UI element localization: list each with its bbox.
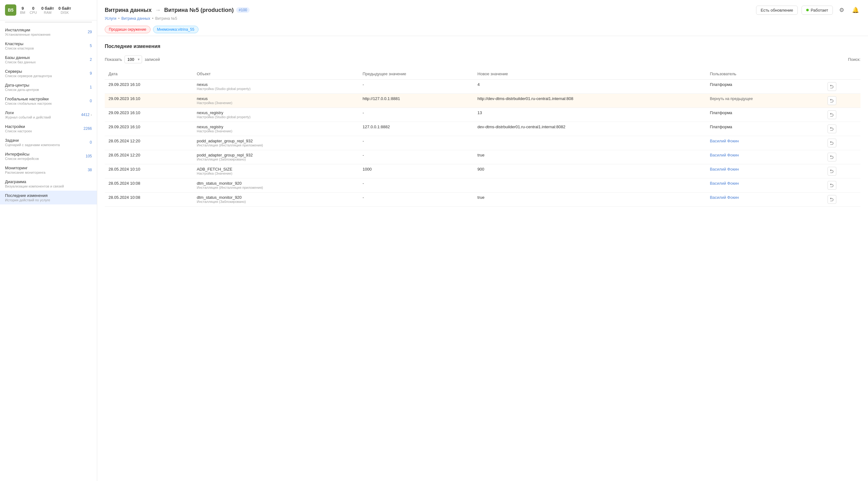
user-link[interactable]: Василий Фокин xyxy=(710,167,739,171)
sidebar-item-6[interactable]: Логи Журнал событий и действий 4412 › xyxy=(0,108,97,122)
user-link[interactable]: Василий Фокин xyxy=(710,195,739,200)
cell-action xyxy=(824,79,861,94)
nav-item-text-5: Глобальные настройки Список глобальных н… xyxy=(5,97,90,105)
table-row: 28.05.2024 12:20 podd_adapter_group_repl… xyxy=(105,150,861,164)
status-label: Работает xyxy=(811,8,828,12)
sidebar-item-8[interactable]: Задачи Сценарий с задачами компонента 0 xyxy=(0,135,97,149)
breadcrumb-current: Витрина №5 xyxy=(155,16,177,21)
user-platform: Платформа xyxy=(710,125,732,129)
breadcrumb-vitrina-link[interactable]: Витрина данных xyxy=(121,16,150,21)
sidebar-item-5[interactable]: Глобальные настройки Список глобальных н… xyxy=(0,94,97,108)
notifications-icon[interactable]: 🔔 xyxy=(850,5,861,15)
object-type: Настройка (Studio global property) xyxy=(197,87,355,91)
settings-icon[interactable]: ⚙ xyxy=(837,5,847,15)
col-date: Дата xyxy=(105,68,193,79)
status-dot-icon xyxy=(806,9,809,11)
page-title: Витрина данных → Витрина №5 (production) xyxy=(105,7,234,13)
tag-mnemonic[interactable]: Мнемоника:vitrina_55 xyxy=(153,26,198,33)
cell-date: 29.09.2023 16:10 xyxy=(105,108,193,122)
cell-new-value: http://dev-dtms-distrbuilder01.ru-centra… xyxy=(474,94,706,108)
nav-item-subtitle-6: Журнал событий и действий xyxy=(5,116,81,119)
cell-action xyxy=(824,94,861,108)
revert-action-button[interactable] xyxy=(828,181,836,190)
revert-icon xyxy=(830,169,834,173)
cell-date: 28.05.2024 10:08 xyxy=(105,193,193,206)
cell-user: Василий Фокин xyxy=(706,136,824,150)
cell-prev-value: - xyxy=(359,108,473,122)
stat-cpu-value: 0 xyxy=(32,6,34,11)
nav-item-text-3: Серверы Список серверов датацентра xyxy=(5,69,90,78)
user-link[interactable]: Василий Фокин xyxy=(710,181,739,186)
nav-item-subtitle-9: Список интерфейсов xyxy=(5,157,86,161)
stat-vm: 9 ВМ xyxy=(20,6,25,14)
revert-label: Вернуть на предыдущее xyxy=(710,97,753,101)
cell-object: nexus_registry Настройка (Значение) xyxy=(193,122,359,136)
user-link[interactable]: Василий Фокин xyxy=(710,153,739,157)
sidebar-item-3[interactable]: Серверы Список серверов датацентра 9 xyxy=(0,66,97,80)
col-actions xyxy=(824,68,861,79)
sidebar-item-9[interactable]: Интерфейсы Список интерфейсов 105 xyxy=(0,149,97,163)
cell-action xyxy=(824,108,861,122)
revert-action-button[interactable] xyxy=(828,153,836,161)
stat-ram: 0 байт RAM xyxy=(41,6,54,14)
nav-item-text-9: Интерфейсы Список интерфейсов xyxy=(5,152,86,161)
revert-action-button[interactable] xyxy=(828,125,836,133)
status-button[interactable]: Работает xyxy=(802,6,833,15)
cell-date: 28.05.2024 10:10 xyxy=(105,164,193,179)
table-row: 28.05.2024 10:10 ADB_FETCH_SIZE Настройк… xyxy=(105,164,861,179)
sidebar-navigation: Инсталляции Установленные приложения 29 … xyxy=(0,23,97,481)
records-label: записей xyxy=(145,57,160,62)
nav-item-title-11: Диаграмма xyxy=(5,179,92,184)
cell-object: podd_adapter_group_repl_932 Инсталляция … xyxy=(193,136,359,150)
sidebar: B5 9 ВМ 0 CPU 0 байт RAM 0 байт DISK Инс… xyxy=(0,0,97,481)
title-prefix: Витрина данных xyxy=(105,7,151,13)
object-name: podd_adapter_group_repl_932 xyxy=(197,138,355,143)
page-size-select[interactable]: 100 50 25 xyxy=(124,56,142,63)
revert-icon xyxy=(830,84,834,89)
revert-action-button[interactable] xyxy=(828,138,836,148)
object-type: Инсталляция (Инсталляция приложения) xyxy=(197,143,355,147)
sidebar-item-2[interactable]: Базы данных Список баз данных 2 xyxy=(0,53,97,66)
title-area: Витрина данных → Витрина №5 (production)… xyxy=(105,7,250,13)
user-link[interactable]: Василий Фокин xyxy=(710,138,739,143)
nav-item-text-10: Мониторинг Расписание мониторинга xyxy=(5,166,88,174)
sidebar-header: B5 9 ВМ 0 CPU 0 байт RAM 0 байт DISK xyxy=(0,0,97,21)
sidebar-item-1[interactable]: Кластеры Список кластеров 5 xyxy=(0,39,97,53)
nav-badge-0: 29 xyxy=(88,30,92,34)
revert-action-button[interactable] xyxy=(828,110,836,119)
nav-item-title-2: Базы данных xyxy=(5,55,90,60)
nav-badge-4: 1 xyxy=(90,85,92,89)
sidebar-item-12[interactable]: Последние изменения История действий по … xyxy=(0,191,97,204)
object-name: dtm_status_monitor_920 xyxy=(197,181,355,186)
nav-badge-3: 9 xyxy=(90,71,92,75)
breadcrumb-services[interactable]: Услуги xyxy=(105,16,116,21)
cell-user: Василий Фокин xyxy=(706,150,824,164)
sidebar-item-0[interactable]: Инсталляции Установленные приложения 29 xyxy=(0,25,97,39)
object-name: nexus_registry xyxy=(197,125,355,129)
revert-action-button[interactable] xyxy=(828,195,836,204)
nav-item-title-6: Логи xyxy=(5,110,81,115)
object-type: Инсталляция (Инсталляция приложения) xyxy=(197,186,355,189)
table-row: 28.05.2024 10:08 dtm_status_monitor_920 … xyxy=(105,179,861,193)
revert-action-button[interactable] xyxy=(828,82,836,91)
nav-item-title-4: Дата-центры xyxy=(5,83,90,88)
tag-production[interactable]: Продакшн окружение xyxy=(105,26,151,33)
object-name: nexus xyxy=(197,82,355,87)
show-controls: Показать 100 50 25 ▼ записей xyxy=(105,56,160,63)
nav-item-title-5: Глобальные настройки xyxy=(5,97,90,101)
nav-item-subtitle-1: Список кластеров xyxy=(5,46,90,50)
section-title: Последние изменения xyxy=(105,43,861,49)
sidebar-item-11[interactable]: Диаграмма Визуализации компонентов и свя… xyxy=(0,177,97,191)
sidebar-item-7[interactable]: Настройки Список настроек 2266 xyxy=(0,122,97,135)
revert-action-button[interactable] xyxy=(828,167,836,175)
revert-icon xyxy=(830,141,834,145)
cell-prev-value: - xyxy=(359,79,473,94)
sidebar-item-10[interactable]: Мониторинг Расписание мониторинга 38 xyxy=(0,163,97,177)
update-button[interactable]: Есть обновление xyxy=(756,6,798,15)
revert-action-button[interactable] xyxy=(828,96,836,105)
user-platform: Платформа xyxy=(710,110,732,115)
sidebar-item-4[interactable]: Дата-центры Список дата-центров 1 xyxy=(0,80,97,94)
nav-item-title-7: Настройки xyxy=(5,124,84,129)
stat-disk: 0 байт DISK xyxy=(58,6,71,14)
stat-disk-value: 0 байт xyxy=(58,6,71,11)
